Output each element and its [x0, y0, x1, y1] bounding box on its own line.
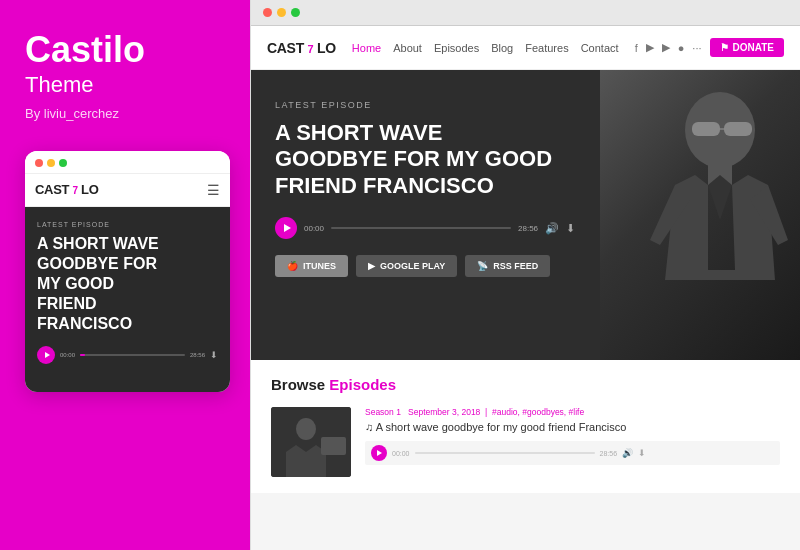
- site-logo-accent: 7: [308, 43, 314, 55]
- donate-label: DONATE: [733, 42, 774, 53]
- episode-row: Season 1 September 3, 2018 | #audio, #go…: [271, 407, 780, 477]
- hero-latest-label: LATEST EPISODE: [275, 100, 576, 110]
- gplay-label: GOOGLE PLAY: [380, 261, 445, 271]
- hamburger-icon[interactable]: ☰: [207, 182, 220, 198]
- mockup-logo: CAST 7 LO: [35, 182, 99, 197]
- ep-time-start: 00:00: [392, 450, 410, 457]
- hero-image: [600, 70, 800, 360]
- hero-time-start: 00:00: [304, 224, 324, 233]
- apple-icon: 🍎: [287, 261, 298, 271]
- episode-thumb-image: [271, 407, 351, 477]
- hero-content: LATEST EPISODE A SHORT WAVE GOODBYE FOR …: [251, 70, 600, 360]
- episode-meta: Season 1 September 3, 2018 | #audio, #go…: [365, 407, 780, 417]
- nav-about[interactable]: About: [393, 42, 422, 54]
- hero-time-end: 28:56: [518, 224, 538, 233]
- ep-time-end: 28:56: [600, 450, 618, 457]
- facebook-icon[interactable]: f: [635, 42, 638, 54]
- mockup-latest-label: LATEST EPISODE: [37, 221, 218, 228]
- right-panel: CAST 7 LO Home About Episodes Blog Featu…: [250, 0, 800, 550]
- mockup-dots: [35, 159, 67, 167]
- play-circle-icon[interactable]: ▶: [646, 41, 654, 54]
- hero-play-button[interactable]: [275, 217, 297, 239]
- nav-features[interactable]: Features: [525, 42, 568, 54]
- browser-dot-yellow: [277, 8, 286, 17]
- gplay-icon: ▶: [368, 261, 375, 271]
- brand-title: Castilo: [25, 30, 145, 70]
- brand-author: By liviu_cerchez: [25, 106, 119, 121]
- mockup-nav: CAST 7 LO ☰: [25, 174, 230, 207]
- mockup-progress-fill: [80, 354, 85, 356]
- donate-button[interactable]: ⚑ DONATE: [710, 38, 784, 57]
- svg-rect-2: [724, 122, 752, 136]
- mockup-dot-green: [59, 159, 67, 167]
- hero-title: A SHORT WAVE GOODBYE FOR MY GOOD FRIEND …: [275, 120, 555, 199]
- hero-volume-icon[interactable]: 🔊: [545, 222, 559, 235]
- person-silhouette: [620, 80, 790, 350]
- mockup-dot-yellow: [47, 159, 55, 167]
- left-panel: Castilo Theme By liviu_cerchez CAST 7 LO…: [0, 0, 250, 550]
- itunes-button[interactable]: 🍎 ITUNES: [275, 255, 348, 277]
- google-play-button[interactable]: ▶ GOOGLE PLAY: [356, 255, 457, 277]
- episode-tags: #audio, #goodbyes, #life: [492, 407, 584, 417]
- mockup-logo-accent: 7: [73, 185, 78, 196]
- ep-download-icon[interactable]: ⬇: [638, 448, 646, 458]
- episode-thumb-svg: [271, 407, 351, 477]
- svg-point-6: [296, 418, 316, 440]
- hero-progress-bar[interactable]: [331, 227, 511, 229]
- mockup-dot-red: [35, 159, 43, 167]
- browse-title: Browse Episodes: [271, 376, 780, 393]
- flag-icon: ⚑: [720, 42, 729, 53]
- nav-episodes[interactable]: Episodes: [434, 42, 479, 54]
- mockup-hero: LATEST EPISODE A SHORT WAVE GOODBYE FOR …: [25, 207, 230, 392]
- browser-dot-red: [263, 8, 272, 17]
- nav-home[interactable]: Home: [352, 42, 381, 54]
- episode-thumbnail: [271, 407, 351, 477]
- site-nav: Home About Episodes Blog Features Contac…: [352, 42, 619, 54]
- episode-date: September 3, 2018: [408, 407, 480, 417]
- rss-feed-button[interactable]: 📡 RSS FEED: [465, 255, 550, 277]
- mockup-top-bar: [25, 151, 230, 174]
- hero-person-image: [600, 70, 800, 360]
- mockup-play-button[interactable]: [37, 346, 55, 364]
- episode-player: 00:00 28:56 🔊 ⬇: [365, 441, 780, 465]
- spotify-icon[interactable]: ●: [678, 42, 685, 54]
- site-header: CAST 7 LO Home About Episodes Blog Featu…: [251, 26, 800, 70]
- youtube-icon[interactable]: ▶: [662, 41, 670, 54]
- episode-info: Season 1 September 3, 2018 | #audio, #go…: [365, 407, 780, 465]
- itunes-label: ITUNES: [303, 261, 336, 271]
- mockup-time-end: 28:56: [190, 352, 205, 358]
- episode-separator2: |: [483, 407, 492, 417]
- mobile-mockup: CAST 7 LO ☰ LATEST EPISODE A SHORT WAVE …: [25, 151, 230, 392]
- mockup-hero-title: A SHORT WAVE GOODBYE FOR MY GOOD FRIEND …: [37, 234, 167, 334]
- episode-play-button[interactable]: [371, 445, 387, 461]
- mockup-time-start: 00:00: [60, 352, 75, 358]
- episode-season: Season 1: [365, 407, 401, 417]
- svg-rect-7: [321, 437, 346, 455]
- hero-buttons: 🍎 ITUNES ▶ GOOGLE PLAY 📡 RSS FEED: [275, 255, 576, 277]
- ep-progress-bar[interactable]: [415, 452, 595, 454]
- hero-section: LATEST EPISODE A SHORT WAVE GOODBYE FOR …: [251, 70, 800, 360]
- site-logo: CAST 7 LO: [267, 40, 336, 56]
- mockup-progress-bar[interactable]: [80, 354, 185, 356]
- episode-title: ♫ A short wave goodbye for my good frien…: [365, 421, 780, 433]
- more-icon[interactable]: ···: [692, 42, 701, 54]
- brand-subtitle: Theme: [25, 72, 93, 98]
- mockup-download-icon[interactable]: ⬇: [210, 350, 218, 360]
- hero-download-icon[interactable]: ⬇: [566, 222, 575, 235]
- nav-blog[interactable]: Blog: [491, 42, 513, 54]
- rss-label: RSS FEED: [493, 261, 538, 271]
- ep-volume-icon[interactable]: 🔊: [622, 448, 633, 458]
- rss-icon: 📡: [477, 261, 488, 271]
- browser-chrome: [251, 0, 800, 26]
- hero-player: 00:00 28:56 🔊 ⬇: [275, 217, 576, 239]
- browser-dot-green: [291, 8, 300, 17]
- mockup-player: 00:00 28:56 ⬇: [37, 346, 218, 364]
- site-nav-right: f ▶ ▶ ● ··· ⚑ DONATE: [635, 38, 784, 57]
- browse-section: Browse Episodes Season 1 S: [251, 360, 800, 493]
- nav-contact[interactable]: Contact: [581, 42, 619, 54]
- svg-rect-1: [692, 122, 720, 136]
